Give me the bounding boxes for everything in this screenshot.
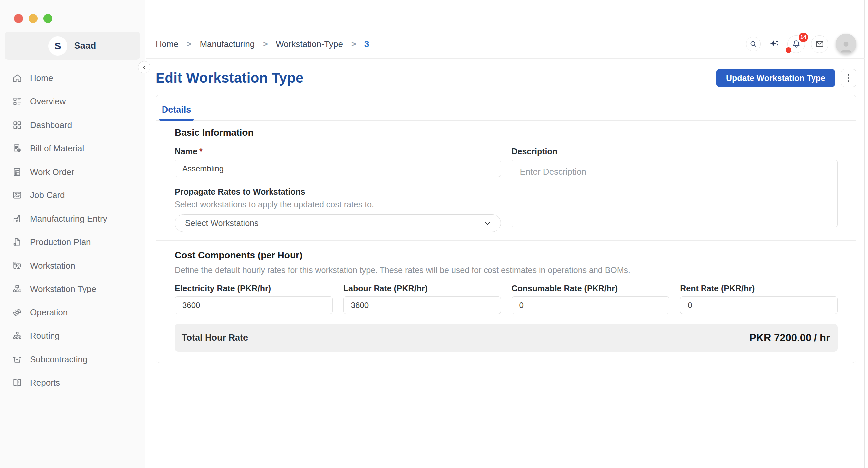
sidebar-item-home[interactable]: Home: [0, 66, 145, 90]
production-plan-icon: [12, 237, 22, 247]
subcontracting-icon: [12, 354, 22, 365]
sidebar-item-routing[interactable]: Routing: [0, 324, 145, 348]
basic-information-grid: Name* Propagate Rates to Workstations Se…: [175, 138, 838, 232]
name-label: Name*: [175, 147, 501, 156]
chevron-down-icon: [484, 221, 491, 225]
sidebar-item-label: Routing: [30, 331, 60, 341]
basic-information-heading: Basic Information: [175, 127, 838, 138]
rate-field-consumable: Consumable Rate (PKR/hr): [512, 276, 670, 314]
basic-right-column: Description: [512, 138, 838, 232]
operation-icon: [12, 308, 22, 318]
workstations-select[interactable]: Select Workstations: [175, 214, 501, 232]
update-workstation-type-button[interactable]: Update Workstation Type: [716, 69, 835, 87]
cost-components-heading: Cost Components (per Hour): [175, 250, 838, 260]
topbar-divider: [146, 58, 865, 59]
sidebar-user-card[interactable]: S Saad: [5, 32, 140, 60]
dashboard-icon: [12, 120, 22, 130]
more-options-button[interactable]: [841, 69, 856, 87]
chevron-left-icon: [141, 64, 148, 71]
mail-icon: [815, 39, 825, 49]
sidebar-item-label: Production Plan: [30, 237, 91, 247]
electricity-rate-input[interactable]: [175, 297, 333, 314]
propagate-rates-label: Propagate Rates to Workstations: [175, 187, 501, 197]
card-body: Basic Information Name* Propagate Rates …: [156, 127, 856, 352]
tab-details[interactable]: Details: [159, 99, 194, 120]
sidebar-collapse-button[interactable]: [138, 61, 150, 73]
workstations-select-placeholder: Select Workstations: [185, 218, 258, 228]
sidebar-item-label: Subcontracting: [30, 354, 87, 365]
topbar: Home > Manufacturing > Workstation-Type …: [156, 33, 856, 55]
page-title: Edit Workstation Type: [156, 70, 304, 86]
sidebar-item-dashboard[interactable]: Dashboard: [0, 113, 145, 137]
rates-grid: Electricity Rate (PKR/hr) Labour Rate (P…: [175, 276, 838, 314]
details-card: Details Basic Information Name* Propagat…: [156, 95, 856, 363]
mail-button[interactable]: [811, 35, 829, 53]
rate-field-electricity: Electricity Rate (PKR/hr): [175, 276, 333, 314]
user-avatar-initial: S: [48, 36, 67, 56]
name-input[interactable]: [175, 160, 501, 177]
sidebar-item-label: Job Card: [30, 190, 65, 200]
description-textarea[interactable]: [512, 160, 838, 227]
basic-left-column: Name* Propagate Rates to Workstations Se…: [175, 138, 501, 232]
breadcrumb: Home > Manufacturing > Workstation-Type …: [156, 39, 369, 49]
propagate-rates-help: Select workstations to apply the updated…: [175, 200, 501, 209]
sidebar-item-subcontracting[interactable]: Subcontracting: [0, 348, 145, 371]
topbar-actions: 14: [746, 34, 856, 54]
rate-field-labour: Labour Rate (PKR/hr): [343, 276, 501, 314]
sidebar-item-label: Workstation Type: [30, 284, 96, 294]
page-heading-row: Edit Workstation Type Update Workstation…: [156, 68, 856, 88]
chevron-right-icon: >: [187, 39, 191, 49]
breadcrumb-home[interactable]: Home: [156, 39, 179, 49]
sparkles-icon: [769, 38, 780, 50]
sidebar-item-workstation[interactable]: Workstation: [0, 254, 145, 278]
sidebar-item-work-order[interactable]: Work Order: [0, 160, 145, 184]
job-card-icon: [12, 190, 22, 200]
sidebar-menu: Home Overview Dashboard Bill of Material…: [0, 66, 145, 395]
window-controls: [14, 14, 52, 23]
sidebar-item-label: Bill of Material: [30, 143, 84, 154]
sidebar-item-job-card[interactable]: Job Card: [0, 184, 145, 208]
rate-field-rent: Rent Rate (PKR/hr): [680, 276, 838, 314]
zoom-window-button[interactable]: [43, 14, 52, 23]
rent-rate-label: Rent Rate (PKR/hr): [680, 283, 838, 293]
home-icon: [12, 73, 22, 84]
cost-components-help: Define the default hourly rates for this…: [175, 265, 838, 275]
sidebar-item-overview[interactable]: Overview: [0, 90, 145, 114]
breadcrumb-manufacturing[interactable]: Manufacturing: [200, 39, 254, 49]
reports-icon: [12, 378, 22, 388]
manufacturing-entry-icon: [12, 214, 22, 224]
sidebar-item-label: Operation: [30, 308, 68, 318]
required-asterisk: *: [199, 147, 203, 156]
sidebar-item-manufacturing-entry[interactable]: Manufacturing Entry: [0, 207, 145, 231]
sidebar: S Saad Home Overview Dashboard Bill of M…: [0, 0, 145, 468]
total-hour-rate-value: PKR 7200.00 / hr: [749, 332, 830, 344]
sidebar-item-bill-of-material[interactable]: Bill of Material: [0, 137, 145, 160]
breadcrumb-current: 3: [364, 39, 369, 49]
profile-avatar[interactable]: [836, 34, 856, 54]
section-divider: [156, 240, 856, 241]
search-button[interactable]: [746, 37, 761, 51]
routing-icon: [12, 331, 22, 341]
minimize-window-button[interactable]: [29, 14, 37, 23]
consumable-rate-input[interactable]: [512, 297, 670, 314]
close-window-button[interactable]: [14, 14, 23, 23]
sidebar-item-label: Work Order: [30, 167, 74, 177]
window-right-edge: [864, 0, 865, 468]
notification-count-badge: 14: [799, 33, 808, 42]
search-icon: [749, 39, 758, 48]
kebab-icon: [848, 74, 850, 76]
breadcrumb-workstation-type[interactable]: Workstation-Type: [276, 39, 343, 49]
ai-assistant-button[interactable]: [767, 37, 781, 51]
user-name: Saad: [74, 40, 96, 51]
sidebar-item-reports[interactable]: Reports: [0, 371, 145, 395]
notifications-button[interactable]: 14: [787, 35, 805, 53]
sidebar-item-label: Manufacturing Entry: [30, 214, 107, 224]
sidebar-item-operation[interactable]: Operation: [0, 301, 145, 324]
sidebar-item-workstation-type[interactable]: Workstation Type: [0, 278, 145, 301]
consumable-rate-label: Consumable Rate (PKR/hr): [512, 283, 670, 293]
rent-rate-input[interactable]: [680, 297, 838, 314]
labour-rate-input[interactable]: [343, 297, 501, 314]
sidebar-item-label: Dashboard: [30, 120, 72, 130]
sidebar-item-label: Workstation: [30, 260, 75, 271]
sidebar-item-production-plan[interactable]: Production Plan: [0, 231, 145, 254]
